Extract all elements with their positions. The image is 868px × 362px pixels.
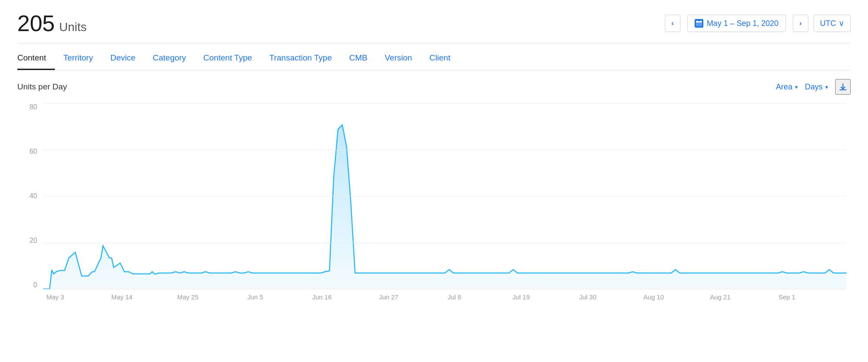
chart-type-button[interactable]: Area ▾ <box>776 83 798 92</box>
tabs-navigation: Content Territory Device Category Conten… <box>0 45 868 70</box>
x-label-aug21: Aug 21 <box>710 293 731 301</box>
x-label-jul8: Jul 8 <box>447 293 461 301</box>
svg-rect-2 <box>697 20 698 22</box>
x-label-jul30: Jul 30 <box>579 293 597 301</box>
grid-line-60 <box>43 150 846 150</box>
y-label-80: 80 <box>29 103 37 111</box>
time-period-chevron-icon: ▾ <box>825 84 828 90</box>
date-range-text: May 1 – Sep 1, 2020 <box>707 19 779 28</box>
x-label-sep1: Sep 1 <box>779 293 795 301</box>
tab-client[interactable]: Client <box>421 45 459 70</box>
x-label-jun27: Jun 27 <box>379 293 398 301</box>
x-label-may3: May 3 <box>46 293 64 301</box>
tab-content-type[interactable]: Content Type <box>195 45 261 70</box>
time-period-button[interactable]: Days ▾ <box>805 83 828 92</box>
tab-version[interactable]: Version <box>376 45 421 70</box>
chart-drawing-area <box>43 103 846 289</box>
chart-type-chevron-icon: ▾ <box>795 84 798 90</box>
next-date-button[interactable]: › <box>793 15 808 32</box>
chart-section: Units per Day Area ▾ Days ▾ 80 60 40 <box>0 70 868 315</box>
y-label-0: 0 <box>33 281 37 289</box>
y-label-20: 20 <box>29 237 37 245</box>
y-axis: 80 60 40 20 0 <box>17 103 43 289</box>
y-label-40: 40 <box>29 192 37 200</box>
grid-line-80 <box>43 103 846 104</box>
grid-line-40 <box>43 196 846 197</box>
header-divider <box>17 43 851 44</box>
x-label-jun16: Jun 16 <box>312 293 332 301</box>
tab-territory[interactable]: Territory <box>55 45 102 70</box>
chart-type-label: Area <box>776 83 792 92</box>
page-header: 205 Units ‹ May 1 – Sep 1, 2020 › UTC ∨ <box>0 0 868 43</box>
x-label-jun5: Jun 5 <box>247 293 263 301</box>
x-label-may25: May 25 <box>177 293 198 301</box>
y-label-60: 60 <box>29 148 37 156</box>
tab-cmb[interactable]: CMB <box>341 45 376 70</box>
grid-line-20 <box>43 243 846 243</box>
time-period-label: Days <box>805 83 823 92</box>
tab-category[interactable]: Category <box>144 45 195 70</box>
download-button[interactable] <box>835 79 851 95</box>
units-number: 205 <box>17 10 55 36</box>
timezone-button[interactable]: UTC ∨ <box>814 15 851 32</box>
tab-transaction-type[interactable]: Transaction Type <box>261 45 341 70</box>
svg-rect-3 <box>700 20 701 22</box>
x-label-jul19: Jul 19 <box>512 293 530 301</box>
units-display: 205 Units <box>17 10 87 36</box>
tab-device[interactable]: Device <box>102 45 144 70</box>
x-label-aug10: Aug 10 <box>643 293 664 301</box>
x-axis: May 3 May 14 May 25 Jun 5 Jun 16 Jun 27 … <box>43 289 846 311</box>
x-label-may14: May 14 <box>111 293 132 301</box>
chart-title: Units per Day <box>17 82 67 92</box>
chart-container: 80 60 40 20 0 <box>17 103 851 311</box>
units-label: Units <box>59 20 87 34</box>
tab-content[interactable]: Content <box>17 45 55 70</box>
prev-date-button[interactable]: ‹ <box>665 15 680 32</box>
timezone-chevron-icon: ∨ <box>839 19 844 28</box>
timezone-text: UTC <box>820 19 836 28</box>
header-controls: ‹ May 1 – Sep 1, 2020 › UTC ∨ <box>665 15 851 32</box>
chart-header: Units per Day Area ▾ Days ▾ <box>17 79 851 95</box>
calendar-icon <box>695 19 703 28</box>
chart-controls: Area ▾ Days ▾ <box>776 79 851 95</box>
date-range-button[interactable]: May 1 – Sep 1, 2020 <box>687 15 786 32</box>
